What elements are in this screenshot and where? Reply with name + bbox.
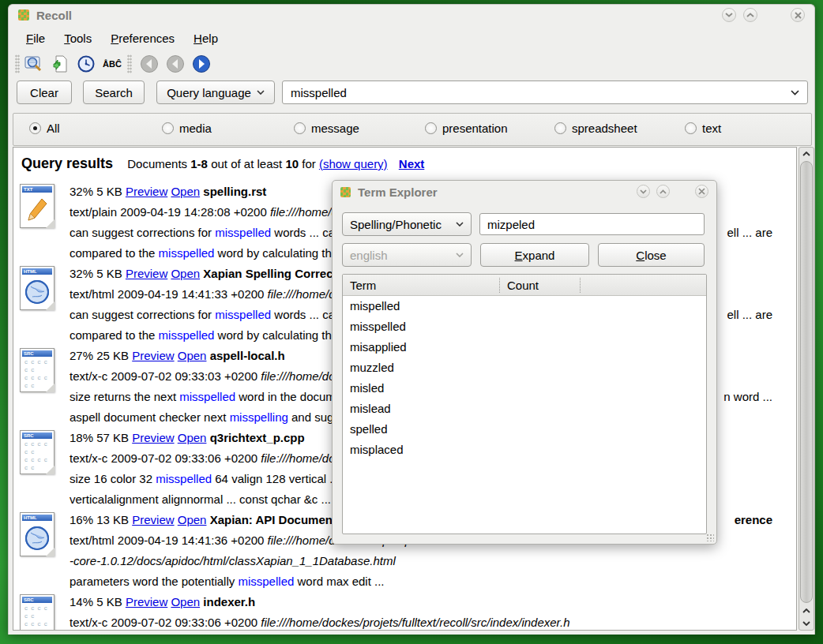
term-row[interactable]: misled <box>343 378 706 399</box>
term-column-header[interactable]: Term <box>350 275 376 296</box>
open-link[interactable]: Open <box>178 349 207 362</box>
toolbar-handle[interactable] <box>15 54 20 73</box>
menu-file[interactable]: File <box>22 30 49 47</box>
main-titlebar[interactable]: Recoll <box>9 5 814 25</box>
term-row[interactable]: misspelled <box>343 316 706 337</box>
term-row[interactable]: mispelled <box>343 296 706 316</box>
radio-icon <box>685 122 697 134</box>
open-link[interactable]: Open <box>171 595 200 608</box>
first-page-icon[interactable] <box>137 53 161 75</box>
open-link[interactable]: Open <box>171 267 200 280</box>
preview-link[interactable]: Preview <box>132 513 174 526</box>
search-row: Clear Search Query language misspelled <box>9 80 814 107</box>
preview-link[interactable]: Preview <box>132 431 174 444</box>
preview-link[interactable]: Preview <box>126 185 167 198</box>
update-index-icon[interactable] <box>48 53 72 75</box>
filter-radio-media[interactable]: media <box>162 122 212 135</box>
highlighted-term: misspelled <box>159 246 215 260</box>
term-row[interactable]: misplaced <box>343 440 706 460</box>
scroll-up-icon[interactable] <box>799 148 814 160</box>
results-scrollbar[interactable] <box>799 147 814 631</box>
scroll-up-icon[interactable] <box>799 605 814 617</box>
language-dropdown[interactable]: english <box>342 243 472 267</box>
term-explorer-icon[interactable]: ÅBĈ <box>100 53 124 75</box>
term-row[interactable]: misapplied <box>343 337 706 358</box>
expansion-mode-dropdown[interactable]: Spelling/Phonetic <box>342 212 472 236</box>
html-file-icon: HTML <box>20 266 54 310</box>
open-link[interactable]: Open <box>171 185 200 198</box>
term-row[interactable]: spelled <box>343 419 706 440</box>
column-separator[interactable] <box>499 278 500 293</box>
count-column-header[interactable]: Count <box>507 275 539 296</box>
results-title: Query results <box>21 155 113 171</box>
filter-row: Allmediamessagepresentationspreadsheette… <box>13 113 812 146</box>
maximize-button[interactable] <box>743 8 757 22</box>
clear-button[interactable]: Clear <box>17 80 72 104</box>
chevron-down-icon <box>456 222 464 227</box>
filter-radio-all[interactable]: All <box>29 122 60 135</box>
open-link[interactable]: Open <box>178 431 207 444</box>
next-page-icon[interactable] <box>190 53 213 75</box>
dialog-title: Term Explorer <box>358 185 438 199</box>
clipped-text-fragment: ell ... are <box>727 305 772 325</box>
close-button[interactable] <box>791 8 805 22</box>
query-input[interactable]: misspelled <box>282 80 808 104</box>
dialog-close-action-button[interactable]: Close <box>598 243 705 267</box>
menubar: File Tools Preferences Help <box>9 27 222 49</box>
filter-radio-text[interactable]: text <box>685 122 721 135</box>
prev-page-icon[interactable] <box>163 53 187 75</box>
term-row[interactable]: mislead <box>343 399 706 419</box>
term-row[interactable]: muzzled <box>343 358 706 378</box>
filter-radio-message[interactable]: message <box>294 122 359 135</box>
menu-help[interactable]: Help <box>190 30 222 47</box>
dialog-maximize-button[interactable] <box>656 185 670 198</box>
dialog-close-button[interactable] <box>695 185 708 198</box>
src-file-icon: SRCc c c cc cc c c cc c <box>20 348 54 392</box>
term-table-body: mispelledmisspelledmisappliedmuzzledmisl… <box>343 296 706 534</box>
highlighted-term: misspelled <box>179 390 235 403</box>
radio-icon <box>425 122 437 134</box>
result-item: SRCc c c cc cc c c cc c14% 5 KB Preview … <box>20 592 796 631</box>
term-table-header[interactable]: Term Count <box>343 275 706 296</box>
highlighted-term: misspelled <box>238 575 294 588</box>
menu-tools[interactable]: Tools <box>60 30 96 47</box>
preview-link[interactable]: Preview <box>126 267 167 280</box>
recoll-app-icon <box>340 187 351 197</box>
highlighted-term: misspelled <box>156 472 212 485</box>
radio-icon <box>162 122 174 134</box>
history-icon[interactable] <box>74 53 98 75</box>
results-total: 10 <box>285 157 299 170</box>
clipped-text-fragment: erence <box>735 510 772 530</box>
dialog-minimize-button[interactable] <box>637 185 650 198</box>
show-query-link[interactable]: (show query) <box>319 157 388 170</box>
term-explorer-dialog: Term Explorer Spelling/Phonetic mizpeled… <box>332 180 717 545</box>
expand-button[interactable]: Expand <box>480 243 589 267</box>
scrollbar-thumb[interactable] <box>800 161 813 603</box>
preview-link[interactable]: Preview <box>126 595 167 608</box>
search-preview-icon[interactable] <box>22 53 46 75</box>
next-page-link[interactable]: Next <box>399 157 425 170</box>
resize-grip[interactable] <box>706 534 714 541</box>
highlighted-term: misspelled <box>215 308 271 321</box>
filter-radio-presentation[interactable]: presentation <box>425 122 508 135</box>
search-button[interactable]: Search <box>83 80 145 104</box>
chevron-down-icon <box>791 90 799 95</box>
filter-radio-spreadsheet[interactable]: spreadsheet <box>554 122 637 135</box>
term-input[interactable]: mizpeled <box>479 213 705 235</box>
menu-preferences[interactable]: Preferences <box>107 30 179 47</box>
dialog-titlebar[interactable]: Term Explorer <box>333 181 716 203</box>
preview-link[interactable]: Preview <box>132 349 174 362</box>
column-separator[interactable] <box>580 278 581 293</box>
highlighted-term: misspelled <box>215 226 271 239</box>
window-title: Recoll <box>36 9 72 22</box>
open-link[interactable]: Open <box>178 513 207 526</box>
minimize-button[interactable] <box>722 8 736 22</box>
results-range: 1-8 <box>190 157 208 170</box>
query-language-dropdown[interactable]: Query language <box>156 80 275 104</box>
term-table: Term Count mispelledmisspelledmisapplied… <box>342 274 707 534</box>
scroll-down-icon[interactable] <box>799 617 814 630</box>
clipped-text-fragment: ell ... are <box>727 223 772 243</box>
radio-icon <box>554 122 566 134</box>
highlighted-term: misspelled <box>159 328 215 342</box>
recoll-app-icon <box>18 9 29 21</box>
